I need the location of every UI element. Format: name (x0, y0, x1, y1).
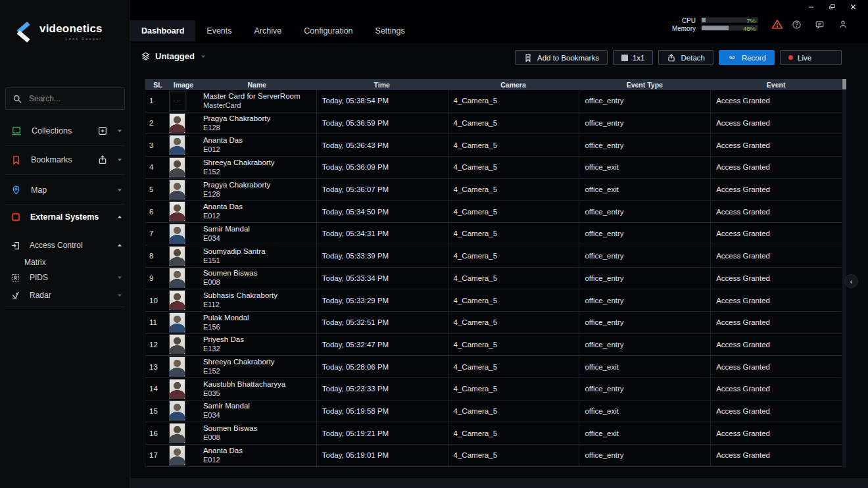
chevron-up-icon[interactable] (116, 213, 124, 221)
chevron-down-icon[interactable] (116, 127, 124, 135)
column-header[interactable]: Camera (448, 79, 579, 90)
table-row[interactable]: 10 Subhasis Chakraborty E112 Today, 05:3… (145, 289, 842, 312)
cpu-value: 7% (746, 17, 756, 24)
cell-event-type: office_exit (579, 401, 710, 422)
chevron-down-icon[interactable] (116, 274, 124, 281)
column-header[interactable]: SL (145, 79, 166, 90)
column-header[interactable]: Image (166, 79, 198, 90)
add-to-bookmarks-label: Add to Bookmarks (537, 54, 599, 62)
table-row[interactable]: 9 Soumen Biswas E008 Today, 05:33:34 PM … (145, 268, 842, 290)
sidebar-item-label: External Systems (30, 212, 99, 222)
chevron-left-icon: ‹ (850, 278, 853, 285)
scrollbar-thumb[interactable] (842, 79, 846, 89)
export-bookmarks-icon[interactable] (97, 155, 108, 165)
table-body: 1 - -- Master Card for ServerRoom Master… (145, 90, 842, 467)
layout-1x1-button[interactable]: 1x1 (613, 50, 654, 65)
table-row[interactable]: 13 Shreeya Chakraborty E152 Today, 05:28… (145, 356, 842, 378)
nav-tab[interactable]: Archive (243, 20, 293, 41)
nav-tab[interactable]: Events (195, 20, 243, 41)
table-row[interactable]: 8 Soumyadip Santra E151 Today, 05:33:39 … (145, 245, 842, 268)
cell-name: Pulak Mondal E156 (198, 312, 316, 333)
sidebar-item-bookmarks[interactable]: Bookmarks (0, 148, 130, 172)
record-icon (727, 53, 737, 62)
table-row[interactable]: 14 Kaustubh Bhattacharyya E035 Today, 05… (145, 378, 842, 401)
close-icon[interactable] (849, 3, 857, 11)
chevron-up-icon[interactable] (116, 241, 124, 249)
cell-name: Soumyadip Santra E151 (198, 245, 316, 267)
table-row[interactable]: 6 Ananta Das E012 Today, 05:34:50 PM 4_C… (145, 201, 842, 223)
cell-camera: 4_Camera_5 (448, 334, 579, 356)
row-code: E035 (203, 389, 220, 398)
chevron-down-icon[interactable] (116, 186, 124, 194)
sidebar-item-external-systems[interactable]: External Systems (0, 205, 130, 228)
chevron-down-icon[interactable] (116, 156, 124, 164)
sidebar-item-matrix[interactable]: Matrix (24, 258, 46, 267)
events-table: SLImageNameTimeCameraEvent TypeEvent 1 -… (145, 79, 842, 467)
row-name: Pragya Chakraborty (203, 181, 270, 189)
sidebar-item-map[interactable]: Map (0, 178, 130, 202)
row-code: E034 (203, 234, 220, 243)
cell-time: Today, 05:33:29 PM (316, 289, 448, 311)
table-scrollbar[interactable] (842, 79, 846, 468)
nav-tab[interactable]: Configuration (293, 20, 364, 41)
add-to-bookmarks-button[interactable]: Add to Bookmarks (515, 50, 608, 65)
chevron-down-icon[interactable] (116, 291, 124, 299)
cell-event: Access Granted (710, 422, 842, 444)
sidebar-item-collections[interactable]: Collections (0, 119, 130, 143)
column-header[interactable]: Name (198, 79, 316, 90)
cell-sl: 11 (145, 312, 166, 333)
sidebar-item-radar[interactable]: Radar (0, 286, 130, 305)
cpu-bar-fill (702, 18, 706, 22)
cell-name: Shreeya Chakraborty E152 (198, 356, 316, 378)
cell-sl: 13 (145, 356, 166, 378)
restore-icon[interactable] (828, 3, 836, 11)
cell-name: Ananta Das E012 (198, 134, 316, 156)
table-row[interactable]: 2 Pragya Chakraborty E128 Today, 05:36:5… (145, 112, 842, 135)
cell-sl: 5 (145, 179, 166, 201)
sidebar-item-label: PIDS (30, 273, 48, 282)
add-collection-icon[interactable] (97, 126, 108, 136)
table-row[interactable]: 1 - -- Master Card for ServerRoom Master… (145, 90, 842, 112)
row-name: Ananta Das (203, 447, 243, 455)
user-icon[interactable] (838, 19, 848, 30)
detach-button[interactable]: Detach (658, 50, 713, 65)
table-row[interactable]: 16 Soumen Biswas E008 Today, 05:19:21 PM… (145, 422, 842, 445)
table-row[interactable]: 5 Pragya Chakraborty E128 Today, 05:36:0… (145, 179, 842, 201)
cell-time: Today, 05:36:07 PM (316, 179, 448, 201)
brand-tagline: Look Deeper (39, 37, 103, 41)
sidebar-item-label: Radar (30, 291, 51, 300)
panel-collapse-handle[interactable]: ‹ (844, 274, 858, 288)
alerts-icon[interactable] (771, 18, 783, 30)
table-row[interactable]: 4 Shreeya Chakraborty E152 Today, 05:36:… (145, 157, 842, 179)
sidebar-item-pids[interactable]: PIDS (0, 268, 130, 287)
cell-name: Pragya Chakraborty E128 (198, 112, 316, 134)
cell-image (166, 312, 198, 333)
table-row[interactable]: 3 Ananta Das E012 Today, 05:36:43 PM 4_C… (145, 134, 842, 157)
minimize-icon[interactable] (807, 3, 815, 11)
view-group-selector[interactable]: Untagged (141, 51, 207, 61)
cell-image (166, 223, 198, 245)
cell-sl: 17 (145, 445, 166, 466)
column-header[interactable]: Time (316, 79, 448, 90)
cell-camera: 4_Camera_5 (448, 422, 579, 444)
row-name: Shreeya Chakraborty (203, 358, 275, 366)
help-icon[interactable] (792, 20, 802, 30)
table-row[interactable]: 17 Ananta Das E012 Today, 05:19:01 PM 4_… (145, 445, 842, 467)
messages-icon[interactable] (815, 20, 825, 30)
cell-event: Access Granted (710, 334, 842, 356)
table-row[interactable]: 11 Pulak Mondal E156 Today, 05:32:51 PM … (145, 312, 842, 334)
search-input[interactable] (29, 94, 131, 103)
cell-image (166, 445, 198, 466)
cell-event: Access Granted (710, 356, 842, 378)
nav-tab[interactable]: Settings (364, 20, 416, 41)
sidebar-item-access-control[interactable]: Access Control (0, 236, 130, 255)
cell-name: Ananta Das E012 (198, 201, 316, 222)
table-row[interactable]: 7 Samir Mandal E034 Today, 05:34:31 PM 4… (145, 223, 842, 245)
nav-tab[interactable]: Dashboard (130, 20, 195, 41)
live-button[interactable]: Live (780, 50, 842, 65)
record-button[interactable]: Record (719, 50, 775, 65)
table-row[interactable]: 15 Samir Mandal E034 Today, 05:19:58 PM … (145, 401, 842, 423)
column-header[interactable]: Event (710, 79, 842, 90)
column-header[interactable]: Event Type (579, 79, 710, 90)
table-row[interactable]: 12 Priyesh Das E132 Today, 05:32:47 PM 4… (145, 334, 842, 356)
